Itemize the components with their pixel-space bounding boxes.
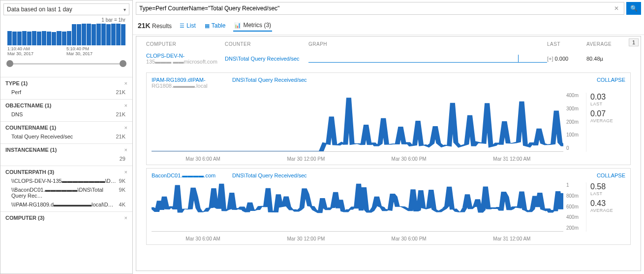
card-counter-link[interactable]: DNS\Total Query Received/sec bbox=[232, 172, 331, 178]
page-badge[interactable]: 1 bbox=[629, 38, 639, 46]
facet-section: COUNTERNAME (1)×Total Query Received/sec… bbox=[0, 121, 132, 143]
time-range-label: Data based on last 1 day bbox=[7, 6, 72, 13]
row1-computer-link[interactable]: CLOPS-DEV-N- bbox=[146, 53, 225, 59]
row1-last: 0.000 bbox=[555, 56, 569, 62]
facet-title: OBJECTNAME (1) bbox=[5, 103, 52, 108]
metric-card: BaconDC01.▬▬▬▬.com DNS\Total Query Recei… bbox=[146, 168, 631, 245]
row1-computer-sub: 135▬▬▬ ▬▬microsoft.com bbox=[146, 59, 225, 65]
chevron-down-icon: ▾ bbox=[123, 7, 126, 12]
header-counter: COUNTER bbox=[225, 41, 308, 47]
overview-end-date: Mar 30, 2017 bbox=[66, 51, 125, 56]
facet-row[interactable]: Perf21K bbox=[5, 86, 127, 95]
facet-close-icon[interactable]: × bbox=[124, 103, 127, 108]
card-computer-link[interactable]: IPAM-RG1809.dIPAM- bbox=[152, 77, 225, 83]
facet-title: COUNTERNAME (1) bbox=[5, 125, 56, 131]
header-computer: COMPUTER bbox=[146, 41, 225, 47]
search-icon: 🔍 bbox=[630, 5, 638, 12]
stat-avg-label: AVERAGE bbox=[590, 208, 625, 213]
clear-search-icon[interactable]: ✕ bbox=[612, 5, 621, 12]
search-button[interactable]: 🔍 bbox=[626, 2, 641, 15]
row1-sparkline bbox=[308, 53, 547, 65]
metrics-icon: 📊 bbox=[234, 22, 241, 29]
time-range-slider[interactable] bbox=[8, 59, 124, 69]
overview-labels: 1:10:40 AM Mar 30, 2017 5:10:40 PM Mar 3… bbox=[3, 46, 129, 56]
facet-row[interactable]: \\BaconDC01.▬▬▬▬▬▬\DNS\Total Query Rec…9… bbox=[5, 184, 127, 199]
metric-chart bbox=[152, 182, 563, 232]
metric-stats: 0.03 LAST 0.07 AVERAGE bbox=[586, 93, 625, 152]
facet-section: COUNTERPATH (3)×\\CLOPS-DEV-N-135▬▬▬▬▬▬▬… bbox=[0, 166, 132, 211]
stat-last-value: 0.58 bbox=[590, 182, 625, 191]
bar-granularity-note: 1 bar = 1hr bbox=[3, 15, 129, 23]
facet-row[interactable]: 29 bbox=[5, 153, 127, 162]
overview-bar-chart bbox=[3, 23, 129, 46]
facet-row[interactable]: \\IPAM-RG1809.d▬▬▬▬▬▬▬local\D…4K bbox=[5, 199, 127, 207]
facet-row[interactable]: \\CLOPS-DEV-N-135▬▬▬▬▬▬▬▬\D…9K bbox=[5, 175, 127, 184]
row1-counter-link[interactable]: DNS\Total Query Received/sec bbox=[225, 56, 308, 62]
facet-title: INSTANCENAME (1) bbox=[5, 147, 57, 153]
facet-close-icon[interactable]: × bbox=[124, 125, 127, 131]
overview-start-date: Mar 30, 2017 bbox=[7, 51, 66, 56]
facet-section: INSTANCENAME (1)×29 bbox=[0, 143, 132, 166]
facet-section: OBJECTNAME (1)×DNS21K bbox=[0, 99, 132, 121]
overview-end-time: 5:10:40 PM bbox=[66, 46, 125, 51]
header-last: LAST bbox=[547, 41, 586, 47]
header-graph: GRAPH bbox=[308, 41, 547, 47]
overview-start-time: 1:10:40 AM bbox=[7, 46, 66, 51]
search-bar: ✕ 🔍 bbox=[133, 0, 644, 17]
facet-row[interactable]: Total Query Received/sec21K bbox=[5, 131, 127, 139]
results-count: 21K Results bbox=[138, 22, 172, 30]
tab-table[interactable]: ▦Table bbox=[204, 20, 227, 31]
facet-title: TYPE (1) bbox=[5, 80, 28, 86]
card-computer-link[interactable]: BaconDC01.▬▬▬▬.com bbox=[152, 172, 225, 178]
metric-stats: 0.58 LAST 0.43 AVERAGE bbox=[586, 182, 625, 232]
facet-title: COUNTERPATH (3) bbox=[5, 169, 54, 175]
row1-avg: 80.48µ bbox=[586, 56, 631, 62]
stat-last-value: 0.03 bbox=[590, 93, 625, 102]
stat-avg-label: AVERAGE bbox=[590, 118, 625, 123]
metric-card: IPAM-RG1809.dIPAM- RG1808.▬▬▬▬.local DNS… bbox=[146, 72, 631, 165]
y-axis: 400m300m200m100m0 bbox=[566, 93, 586, 152]
facet-close-icon[interactable]: × bbox=[124, 80, 127, 86]
stat-last-label: LAST bbox=[590, 191, 625, 196]
stat-last-label: LAST bbox=[590, 102, 625, 106]
result-tabs: 21K Results ☰List ▦Table 📊Metrics (3) bbox=[133, 17, 644, 35]
header-average: AVERAGE bbox=[586, 41, 631, 47]
sidebar: Data based on last 1 day ▾ 1 bar = 1hr 1… bbox=[0, 0, 133, 274]
card-computer-sub: RG1808.▬▬▬▬.local bbox=[152, 83, 225, 89]
expand-icon[interactable]: [+] bbox=[547, 56, 553, 62]
tab-list[interactable]: ☰List bbox=[179, 20, 197, 31]
metric-chart bbox=[152, 93, 563, 152]
main-pane: ✕ 🔍 21K Results ☰List ▦Table 📊Metrics (3… bbox=[133, 0, 644, 274]
tab-metrics[interactable]: 📊Metrics (3) bbox=[233, 20, 272, 32]
facet-row[interactable]: DNS21K bbox=[5, 108, 127, 117]
list-icon: ☰ bbox=[180, 23, 184, 29]
card-counter-link[interactable]: DNS\Total Query Received/sec bbox=[232, 77, 331, 89]
stat-avg-value: 0.07 bbox=[590, 109, 625, 118]
table-icon: ▦ bbox=[205, 23, 210, 29]
time-range-dropdown[interactable]: Data based on last 1 day ▾ bbox=[3, 3, 129, 15]
facet-close-icon[interactable]: × bbox=[124, 215, 127, 221]
metrics-content: 1 COMPUTER COUNTER GRAPH LAST AVERAGE CL… bbox=[136, 36, 641, 271]
search-input[interactable] bbox=[139, 5, 612, 12]
facet-section: TYPE (1)×Perf21K bbox=[0, 77, 132, 99]
collapse-button[interactable]: COLLAPSE bbox=[597, 77, 625, 89]
column-headers: COMPUTER COUNTER GRAPH LAST AVERAGE bbox=[136, 36, 641, 52]
facet-close-icon[interactable]: × bbox=[124, 169, 127, 175]
y-axis: 1800m600m400m200m bbox=[566, 182, 586, 232]
facet-close-icon[interactable]: × bbox=[124, 147, 127, 153]
x-axis: Mar 30 6:00 AMMar 30 12:00 PMMar 30 6:00… bbox=[147, 155, 568, 165]
stat-avg-value: 0.43 bbox=[590, 199, 625, 208]
x-axis: Mar 30 6:00 AMMar 30 12:00 PMMar 30 6:00… bbox=[147, 235, 568, 244]
facet-title: COMPUTER (3) bbox=[5, 215, 44, 221]
facet-section: COMPUTER (3)× bbox=[0, 211, 132, 225]
search-box[interactable]: ✕ bbox=[136, 2, 624, 15]
metric-row-collapsed: CLOPS-DEV-N- 135▬▬▬ ▬▬microsoft.com DNS\… bbox=[136, 52, 641, 69]
collapse-button[interactable]: COLLAPSE bbox=[597, 172, 625, 178]
